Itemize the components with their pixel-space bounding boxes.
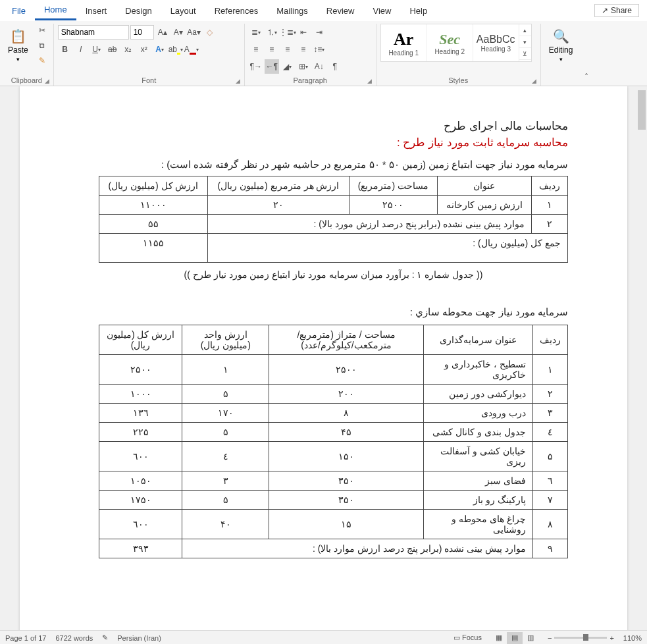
tab-references[interactable]: References: [205, 2, 267, 20]
tab-insert[interactable]: Insert: [76, 2, 116, 20]
multilevel-button[interactable]: ⋮≣▾: [280, 25, 295, 40]
format-painter-button[interactable]: ✎: [35, 53, 49, 67]
align-center-button[interactable]: ≡: [265, 42, 279, 57]
scroll-thumb[interactable]: [638, 90, 646, 130]
italic-button[interactable]: I: [74, 42, 88, 57]
share-label: Share: [611, 6, 632, 15]
highlight-icon: ab: [168, 45, 177, 54]
style3-preview: AaBbCc: [477, 34, 515, 45]
print-layout-button[interactable]: ▤: [507, 632, 523, 644]
font-name-select[interactable]: [58, 25, 129, 40]
tab-home[interactable]: Home: [35, 1, 76, 20]
paste-button[interactable]: 📋 Paste ▾: [4, 24, 32, 67]
line-spacing-icon: ↕≡: [313, 45, 322, 54]
shrink-font-button[interactable]: A▾: [171, 25, 186, 40]
clipboard-dialog-launcher[interactable]: ◢: [43, 76, 52, 86]
read-mode-button[interactable]: ▦: [491, 632, 507, 644]
doc-subheading: محاسبه سرمایه ثابت مورد نیاز طرح :: [99, 136, 568, 149]
bullets-button[interactable]: ≣▾: [249, 25, 263, 40]
web-layout-button[interactable]: ▥: [523, 632, 538, 644]
page-indicator[interactable]: Page 1 of 17: [5, 634, 46, 642]
style-heading2[interactable]: Sec Heading 2: [427, 24, 473, 61]
font-color-button[interactable]: A▾: [184, 42, 199, 57]
ltr-button[interactable]: ¶→: [249, 59, 263, 74]
word-count[interactable]: 6722 words: [55, 634, 93, 642]
subscript-button[interactable]: x₂: [121, 42, 136, 57]
table-row: جمع کل (میلیون ریال) : ۱۱۵۵: [99, 234, 568, 263]
tab-mailings[interactable]: Mailings: [267, 2, 317, 20]
collapse-ribbon-button[interactable]: ˄: [581, 24, 592, 86]
underline-button[interactable]: U▾: [90, 42, 104, 57]
style-heading3[interactable]: AaBbCc Heading 3: [473, 24, 519, 61]
bold-button[interactable]: B: [58, 42, 72, 57]
more-icon: ⊻: [523, 51, 527, 57]
tab-file[interactable]: File: [3, 2, 35, 20]
numbering-icon: ⒈: [267, 27, 274, 38]
italic-icon: I: [80, 45, 82, 54]
table-row: ۷پارکینگ رو باز۳۵۰۵۱۷۵۰: [99, 491, 568, 510]
style2-name: Heading 2: [434, 48, 465, 55]
editing-button[interactable]: 🔍 Editing ▾: [545, 24, 577, 67]
copy-button[interactable]: ⧉: [35, 39, 49, 53]
zoom-slider[interactable]: [554, 637, 607, 639]
language-indicator[interactable]: Persian (Iran): [117, 634, 161, 642]
show-marks-button[interactable]: ¶: [328, 59, 342, 74]
styles-up-button[interactable]: ▴: [519, 24, 531, 36]
view-buttons: ▦ ▤ ▥: [491, 632, 538, 644]
table-row: ردیف عنوان سرمایه‌گذاری مساحت / متراژ (م…: [99, 325, 568, 355]
font-dialog-launcher[interactable]: ◢: [234, 76, 243, 86]
style-heading1[interactable]: Ar Heading 1: [381, 24, 427, 61]
tab-help[interactable]: Help: [400, 2, 436, 20]
style2-preview: Sec: [439, 31, 460, 48]
share-button[interactable]: ↗ Share: [594, 4, 639, 17]
numbering-button[interactable]: ⒈▾: [265, 25, 279, 40]
zoom-in-button[interactable]: +: [609, 634, 613, 642]
paragraph-dialog-launcher[interactable]: ◢: [365, 76, 375, 86]
superscript-button[interactable]: x²: [137, 42, 151, 57]
focus-mode-button[interactable]: ▭ Focus: [453, 633, 482, 642]
decrease-indent-button[interactable]: ⇤: [296, 25, 311, 40]
style1-preview: Ar: [394, 30, 413, 49]
shading-button[interactable]: ◢▾: [280, 59, 295, 74]
tab-design[interactable]: Design: [116, 2, 161, 20]
styles-gallery: Ar Heading 1 Sec Heading 2 AaBbCc Headin…: [380, 24, 532, 62]
sort-button[interactable]: A↓: [312, 59, 326, 74]
document-area: محاسبات مالی اجرای طرح محاسبه سرمایه ثاب…: [0, 86, 647, 630]
font-size-select[interactable]: [130, 25, 154, 40]
align-center-icon: ≡: [269, 45, 274, 54]
tab-review[interactable]: Review: [317, 2, 364, 20]
grow-font-icon: A▴: [158, 28, 167, 37]
font-label: Font: [58, 75, 240, 86]
cut-button[interactable]: ✂: [35, 24, 49, 38]
highlight-button[interactable]: ab▾: [168, 42, 183, 57]
multilevel-icon: ⋮≣: [279, 28, 294, 37]
styles-more-button[interactable]: ⊻: [519, 48, 531, 60]
table-row: ردیف عنوان مساحت (مترمربع) ارزش هر مترمر…: [99, 176, 568, 196]
zoom-level[interactable]: 110%: [623, 634, 642, 642]
borders-button[interactable]: ⊞▾: [296, 59, 311, 74]
shrink-font-icon: A▾: [174, 28, 183, 37]
clear-format-button[interactable]: ◇: [203, 25, 217, 40]
styles-dialog-launcher[interactable]: ◢: [530, 76, 539, 86]
grow-font-button[interactable]: A▴: [155, 25, 170, 40]
decrease-indent-icon: ⇤: [300, 28, 307, 37]
styles-down-button[interactable]: ▾: [519, 36, 531, 48]
align-left-button[interactable]: ≡: [249, 42, 263, 57]
rtl-button[interactable]: ←¶: [265, 59, 279, 74]
borders-icon: ⊞: [299, 62, 305, 71]
justify-button[interactable]: ≡: [296, 42, 311, 57]
tab-layout[interactable]: Layout: [161, 2, 205, 20]
line-spacing-button[interactable]: ↕≡▾: [312, 42, 326, 57]
increase-indent-button[interactable]: ⇥: [312, 25, 326, 40]
zoom-out-button[interactable]: −: [548, 634, 552, 642]
zoom-thumb[interactable]: [583, 634, 588, 641]
strike-button[interactable]: ab: [105, 42, 120, 57]
text-effects-button[interactable]: A▾: [153, 42, 167, 57]
vertical-scrollbar[interactable]: [636, 86, 647, 630]
document-page[interactable]: محاسبات مالی اجرای طرح محاسبه سرمایه ثاب…: [20, 86, 627, 630]
align-right-button[interactable]: ≡: [280, 42, 295, 57]
change-case-button[interactable]: Aa▾: [187, 25, 201, 40]
share-icon: ↗: [602, 6, 608, 15]
spell-check-button[interactable]: ✎: [102, 633, 108, 642]
tab-view[interactable]: View: [363, 2, 400, 20]
